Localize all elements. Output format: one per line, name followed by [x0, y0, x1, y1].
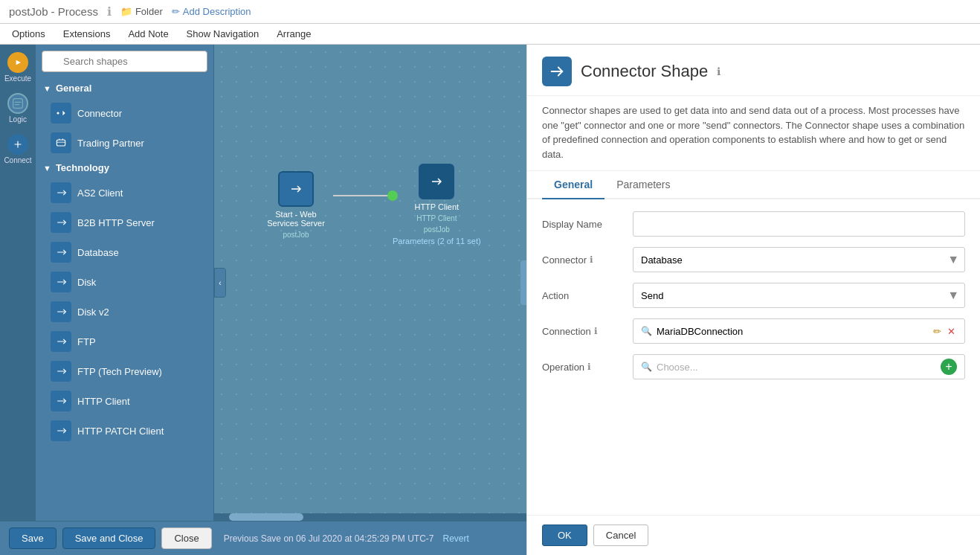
panel-resize-handle[interactable] [520, 260, 526, 305]
http-shape-params[interactable]: Parameters (2 of 11 set) [393, 237, 481, 246]
connector-info-icon[interactable]: ℹ [590, 254, 593, 265]
http-shape[interactable]: HTTP Client HTTP Client postJob Paramete… [393, 164, 481, 246]
svg-rect-4 [57, 140, 65, 146]
cancel-button[interactable]: Cancel [593, 524, 648, 546]
menu-show-navigation[interactable]: Show Navigation [184, 27, 262, 41]
panel-tabs: General Parameters [527, 171, 980, 199]
collapse-sidebar-button[interactable]: ‹ [214, 268, 226, 298]
group-general[interactable]: ▼ General [36, 78, 213, 98]
operation-row: Operation ℹ 🔍 Choose... + [542, 354, 965, 379]
operation-info-icon[interactable]: ℹ [587, 362, 591, 372]
connection-clear-button[interactable]: ✕ [946, 324, 957, 339]
shape-http-patch[interactable]: HTTP PATCH Client [36, 416, 213, 446]
top-bar: postJob- Process ℹ 📁 Folder ✏ Add Descri… [0, 0, 980, 24]
menu-bar: Options Extensions Add Note Show Navigat… [0, 24, 980, 45]
revert-link[interactable]: Revert [443, 533, 469, 544]
rail-logic[interactable]: Logic [0, 89, 36, 128]
folder-icon: 📁 [120, 6, 132, 17]
search-icon-conn: 🔍 [641, 326, 652, 336]
logic-icon [7, 93, 28, 114]
display-name-row: Display Name [542, 211, 965, 237]
shape-disk[interactable]: Disk [36, 267, 213, 297]
chevron-down-icon-tech: ▼ [43, 164, 51, 173]
shape-b2b-http[interactable]: B2B HTTP Server [36, 208, 213, 237]
connector-label: Connector ℹ [542, 254, 624, 266]
action-select[interactable]: Send Get [633, 283, 965, 308]
connector-line [333, 195, 393, 196]
http-shape-sublabel1[interactable]: HTTP Client [416, 214, 457, 222]
action-label: Action [542, 290, 624, 301]
ok-button[interactable]: OK [542, 524, 587, 546]
execute-icon [7, 52, 28, 73]
tab-parameters[interactable]: Parameters [605, 171, 682, 199]
start-shape-box[interactable] [278, 171, 314, 207]
icon-rail: Execute Logic Connect [0, 45, 36, 521]
connection-row: Connection ℹ 🔍 MariaDBConnection ✏ ✕ [542, 318, 965, 344]
connection-field[interactable]: 🔍 MariaDBConnection ✏ ✕ [633, 318, 965, 344]
save-close-button[interactable]: Save and Close [62, 527, 156, 549]
search-box-wrap: 🔍 [36, 45, 213, 78]
shape-disk-v2[interactable]: Disk v2 [36, 297, 213, 327]
shape-connector[interactable]: Connector [36, 98, 213, 128]
start-shape-label: Start - Web Services Server [259, 210, 333, 228]
save-info: Previous Save on 06 Jul 2020 at 04:25:29… [224, 533, 434, 544]
operation-placeholder: Choose... [657, 362, 698, 373]
save-button[interactable]: Save [9, 527, 57, 549]
canvas-shapes: Start - Web Services Server postJob HTTP… [259, 164, 481, 246]
left-body: Execute Logic Connect [0, 45, 526, 521]
connector-select[interactable]: Database AS2 Client Disk FTP HTTP Client [633, 247, 965, 272]
shape-ftp[interactable]: FTP [36, 327, 213, 356]
rail-execute[interactable]: Execute [0, 48, 36, 87]
shape-as2-client[interactable]: AS2 Client [36, 178, 213, 208]
search-input[interactable] [42, 51, 207, 72]
app-title: postJob- Process [9, 5, 98, 18]
shape-database[interactable]: Database [36, 237, 213, 267]
http-patch-icon [51, 420, 71, 441]
http-shape-box[interactable] [419, 164, 454, 199]
ftp-icon [51, 331, 71, 352]
bottom-bar: Save Save and Close Close Previous Save … [0, 521, 526, 555]
connection-edit-button[interactable]: ✏ [932, 324, 943, 339]
disk-v2-icon [51, 301, 71, 322]
menu-add-note[interactable]: Add Note [125, 27, 171, 41]
http-shape-label: HTTP Client [414, 202, 459, 211]
canvas-area[interactable]: ‹ Start - Web Services Server postJob [214, 45, 526, 521]
svg-rect-1 [13, 99, 23, 109]
search-wrap: 🔍 [42, 51, 207, 72]
display-name-input[interactable] [633, 211, 965, 237]
close-button[interactable]: Close [161, 527, 211, 549]
action-select-wrap: Send Get ▼ [633, 283, 965, 308]
start-shape-sublabel[interactable]: postJob [283, 231, 309, 239]
display-name-label: Display Name [542, 219, 624, 230]
connector-select-wrap: Database AS2 Client Disk FTP HTTP Client… [633, 247, 965, 272]
menu-extensions[interactable]: Extensions [60, 27, 114, 41]
connection-actions: ✏ ✕ [932, 324, 957, 339]
connection-label: Connection ℹ [542, 326, 624, 337]
as2-client-icon [51, 182, 71, 203]
panel-bottom: OK Cancel [527, 515, 980, 555]
panel-connector-icon [542, 57, 572, 86]
shapes-sidebar: 🔍 ▼ General Connector [36, 45, 214, 521]
shape-http-client[interactable]: HTTP Client [36, 386, 213, 416]
shape-trading-partner[interactable]: Trading Partner [36, 128, 213, 158]
menu-arrange[interactable]: Arrange [274, 27, 314, 41]
tab-general[interactable]: General [542, 171, 605, 199]
pencil-icon: ✏ [172, 6, 180, 17]
database-icon [51, 242, 71, 263]
panel-info-icon[interactable]: ℹ [717, 65, 721, 77]
folder-link[interactable]: 📁 Folder [120, 6, 163, 17]
chevron-down-icon: ▼ [43, 84, 51, 93]
group-technology[interactable]: ▼ Technology [36, 158, 213, 178]
svg-point-3 [57, 112, 59, 114]
operation-field[interactable]: 🔍 Choose... + [633, 354, 965, 379]
menu-options[interactable]: Options [9, 27, 48, 41]
shape-ftp-preview[interactable]: FTP (Tech Preview) [36, 356, 213, 386]
disk-icon [51, 272, 71, 292]
rail-connect[interactable]: Connect [0, 129, 36, 169]
canvas-scrollbar[interactable] [214, 513, 526, 521]
connection-info-icon[interactable]: ℹ [594, 326, 598, 336]
add-description-link[interactable]: ✏ Add Description [172, 6, 251, 17]
start-shape[interactable]: Start - Web Services Server postJob [259, 171, 333, 239]
operation-add-button[interactable]: + [941, 359, 957, 375]
http-shape-sublabel2[interactable]: postJob [424, 225, 450, 234]
